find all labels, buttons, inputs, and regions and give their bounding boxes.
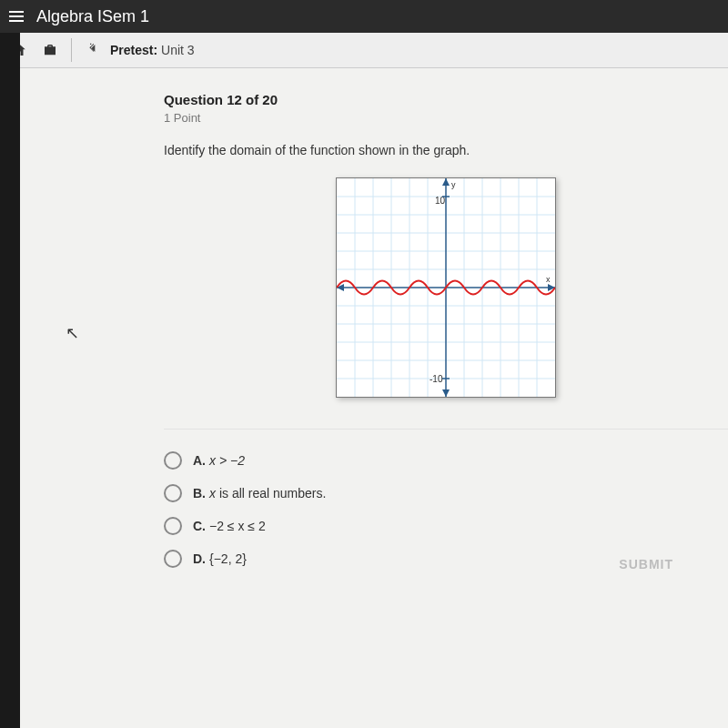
answer-list: A.x > −2 B.x is all real numbers. C.−2 ≤… (164, 451, 728, 568)
answer-b[interactable]: B.x is all real numbers. (164, 484, 728, 502)
submit-button[interactable]: SUBMIT (619, 557, 673, 571)
question-prompt: Identify the domain of the function show… (164, 143, 728, 157)
toolbar-divider (71, 38, 72, 62)
breadcrumb: Pretest: Unit 3 (110, 43, 195, 57)
answer-text: x > −2 (209, 453, 245, 468)
top-bar: Algebra ISem 1 (0, 0, 728, 33)
question-points: 1 Point (164, 111, 728, 125)
ytick-label-neg10: -10 (430, 374, 443, 384)
answer-a[interactable]: A.x > −2 (164, 451, 728, 470)
separator (164, 429, 728, 430)
arrow-down-icon (442, 389, 450, 397)
breadcrumb-label: Pretest: (110, 43, 157, 57)
answer-var: x (209, 486, 216, 500)
radio-icon[interactable] (164, 517, 182, 535)
briefcase-icon[interactable] (35, 33, 66, 67)
function-graph: 10 -10 y x (336, 177, 556, 398)
sub-bar: Pretest: Unit 3 (0, 33, 728, 68)
hamburger-menu-icon[interactable] (9, 11, 24, 22)
x-axis-label: x (546, 275, 551, 284)
back-icon[interactable] (86, 41, 101, 59)
graph-container: 10 -10 y x (164, 177, 728, 398)
radio-icon[interactable] (164, 451, 182, 470)
question-number: Question 12 of 20 (164, 92, 728, 107)
radio-icon[interactable] (164, 484, 182, 502)
answer-letter: D. (193, 551, 206, 566)
breadcrumb-value: Unit 3 (161, 43, 195, 57)
arrow-up-icon (442, 178, 450, 186)
answer-c[interactable]: C.−2 ≤ x ≤ 2 (164, 517, 728, 535)
answer-letter: B. (193, 486, 206, 500)
answer-letter: C. (193, 519, 206, 533)
y-axis-label: y (451, 180, 456, 189)
question-area: Question 12 of 20 1 Point Identify the d… (0, 68, 728, 568)
cursor-icon: ↖ (66, 323, 79, 343)
answer-text: is all real numbers. (216, 486, 326, 500)
answer-letter: A. (193, 453, 206, 468)
answer-text: −2 ≤ x ≤ 2 (209, 519, 266, 533)
course-title: Algebra ISem 1 (36, 7, 149, 26)
radio-icon[interactable] (164, 550, 182, 568)
answer-text: {−2, 2} (209, 551, 247, 566)
